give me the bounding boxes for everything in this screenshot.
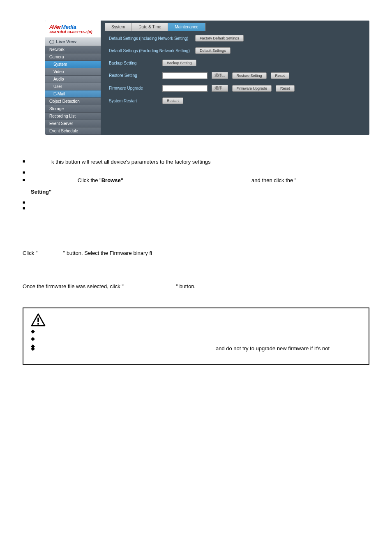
restore-browse-button[interactable]: 選擇... [212, 72, 228, 79]
live-view-label: Live View [56, 39, 76, 44]
text-reset-settings: k this button will reset all device's pa… [23, 157, 369, 166]
backup-label: Backup Setting [109, 61, 158, 65]
sidebar-item-storage[interactable]: Storage [45, 105, 101, 113]
logo: AVerMedia AVerDiGi SF0311H-Z(0) [45, 21, 101, 37]
firmware-label: Firmware Upgrade [109, 86, 158, 90]
bullet-4: Click the "Browse" and then click the " [23, 176, 369, 185]
warning-point-4: and do not try to upgrade new firmware i… [31, 344, 361, 354]
live-view-link[interactable]: Live View [45, 37, 101, 46]
sidebar-item-user[interactable]: User [45, 83, 101, 90]
restore-file-input[interactable] [162, 72, 208, 79]
sidebar-item-event-schedule[interactable]: Event Schedule [45, 127, 101, 135]
sidebar-item-system[interactable]: System [45, 61, 101, 68]
sidebar-item-object-detection[interactable]: Object Detection [45, 98, 101, 105]
device-settings-screenshot: AVerMedia AVerDiGi SF0311H-Z(0) Live Vie… [45, 21, 369, 135]
default-settings-button[interactable]: Default Settings [195, 47, 231, 54]
sidebar: AVerMedia AVerDiGi SF0311H-Z(0) Live Vie… [45, 21, 101, 135]
logo-sub: AVerDiGi SF0311H-Z(0) [49, 30, 97, 34]
firmware-reset-button[interactable]: Reset [276, 85, 295, 92]
sidebar-item-camera[interactable]: Camera [45, 53, 101, 61]
tabs: System Date & Time Maintenance [101, 21, 369, 31]
warning-box: and do not try to upgrade new firmware i… [23, 308, 369, 365]
warning-icon [31, 313, 46, 326]
restore-label: Restore Setting [109, 73, 158, 78]
sidebar-item-video[interactable]: Video [45, 68, 101, 76]
text-once-firmware: Once the firmware file was selected, cli… [23, 282, 369, 291]
logo-aver: AVer [49, 24, 61, 30]
tab-date-time[interactable]: Date & Time [132, 23, 168, 31]
main-panel: System Date & Time Maintenance Default S… [101, 21, 369, 135]
sidebar-item-network[interactable]: Network [45, 46, 101, 53]
svg-rect-0 [37, 318, 39, 322]
text-setting-bold: Setting" [31, 189, 51, 195]
backup-setting-button[interactable]: Backup Setting [162, 60, 196, 66]
restore-setting-button[interactable]: Restore Setting [232, 72, 267, 79]
svg-rect-1 [37, 323, 39, 325]
firmware-browse-button[interactable]: 選擇... [212, 85, 228, 92]
logo-media: Media [61, 24, 76, 30]
default-excl-label: Default Settings (Excluding Network Sett… [109, 49, 191, 53]
sidebar-item-email[interactable]: E-Mail [45, 90, 101, 98]
tab-maintenance[interactable]: Maintenance [168, 23, 205, 31]
eye-icon [49, 40, 54, 44]
maintenance-panel: Default Settings (Including Network Sett… [101, 31, 369, 114]
restart-button[interactable]: Restart [162, 97, 183, 104]
firmware-file-input[interactable] [162, 85, 208, 92]
tab-system[interactable]: System [105, 23, 132, 31]
text-browse-bold: Browse" [101, 177, 123, 183]
sidebar-item-event-server[interactable]: Event Server [45, 120, 101, 127]
text-click-browse-line: Click " " button. Select the Firmware bi… [23, 249, 369, 258]
restore-reset-button[interactable]: Reset [271, 72, 290, 79]
sidebar-item-audio[interactable]: Audio [45, 76, 101, 83]
restart-label: System Restart [109, 99, 158, 103]
text-click-the: Click the " [78, 177, 101, 183]
text-then-click: and then click the " [251, 177, 296, 183]
sidebar-item-recording-list[interactable]: Recording List [45, 113, 101, 120]
factory-default-button[interactable]: Factory Default Settings [195, 35, 244, 42]
default-incl-label: Default Settings (Including Network Sett… [109, 36, 191, 41]
firmware-upgrade-button[interactable]: Firmware Upgrade [232, 85, 272, 92]
document-body: k this button will reset all device's pa… [0, 143, 392, 389]
